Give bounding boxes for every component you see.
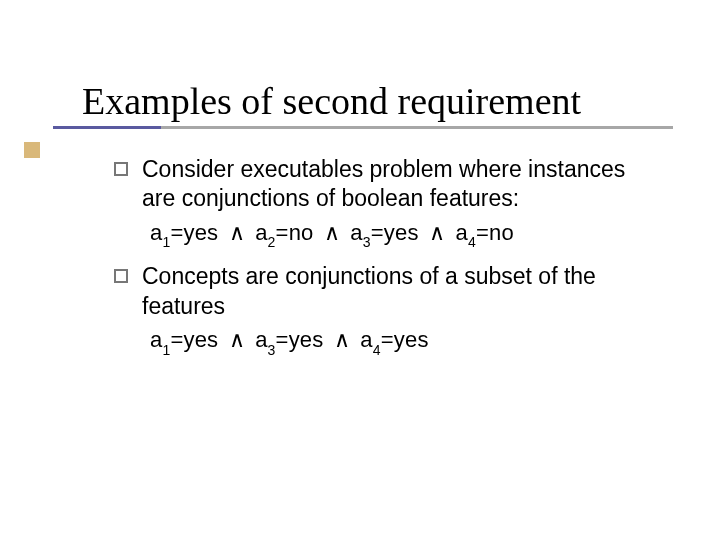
- sub-2: 2: [268, 234, 276, 250]
- var-a1: a: [150, 220, 162, 245]
- var-a3: a: [350, 220, 362, 245]
- var-b1: a: [150, 327, 162, 352]
- sub-1: 1: [162, 234, 170, 250]
- body: Consider executables problem where insta…: [114, 155, 662, 370]
- sub-b1: 1: [162, 342, 170, 358]
- val-2: =no: [276, 220, 314, 245]
- bullet-1: Consider executables problem where insta…: [114, 155, 662, 214]
- formula-2: a1=yes ∧ a3=yes ∧ a4=yes: [150, 327, 662, 355]
- val-b4: =yes: [381, 327, 429, 352]
- slide: Examples of second requirement Consider …: [0, 0, 720, 540]
- sub-4: 4: [468, 234, 476, 250]
- bullet-icon: [114, 162, 128, 176]
- and-1: ∧: [225, 220, 249, 245]
- var-a4: a: [456, 220, 468, 245]
- bullet-2: Concepts are conjunctions of a subset of…: [114, 262, 662, 321]
- val-1: =yes: [170, 220, 218, 245]
- bullet-icon: [114, 269, 128, 283]
- underline-purple: [53, 126, 161, 129]
- var-a2: a: [255, 220, 267, 245]
- var-b4: a: [360, 327, 372, 352]
- accent-square: [24, 142, 40, 158]
- var-b3: a: [255, 327, 267, 352]
- bullet-2-text: Concepts are conjunctions of a subset of…: [142, 262, 662, 321]
- formula-1: a1=yes ∧ a2=no ∧ a3=yes ∧ a4=no: [150, 220, 662, 248]
- val-b1: =yes: [170, 327, 218, 352]
- sub-b4: 4: [373, 342, 381, 358]
- slide-title: Examples of second requirement: [82, 79, 581, 123]
- sub-3: 3: [363, 234, 371, 250]
- bullet-1-text: Consider executables problem where insta…: [142, 155, 662, 214]
- title-wrap: Examples of second requirement: [82, 79, 581, 123]
- val-b3: =yes: [276, 327, 324, 352]
- and-b2: ∧: [330, 327, 354, 352]
- and-b1: ∧: [225, 327, 249, 352]
- and-3: ∧: [425, 220, 449, 245]
- val-4: =no: [476, 220, 514, 245]
- and-2: ∧: [320, 220, 344, 245]
- val-3: =yes: [371, 220, 419, 245]
- title-underline: [53, 126, 673, 129]
- sub-b3: 3: [268, 342, 276, 358]
